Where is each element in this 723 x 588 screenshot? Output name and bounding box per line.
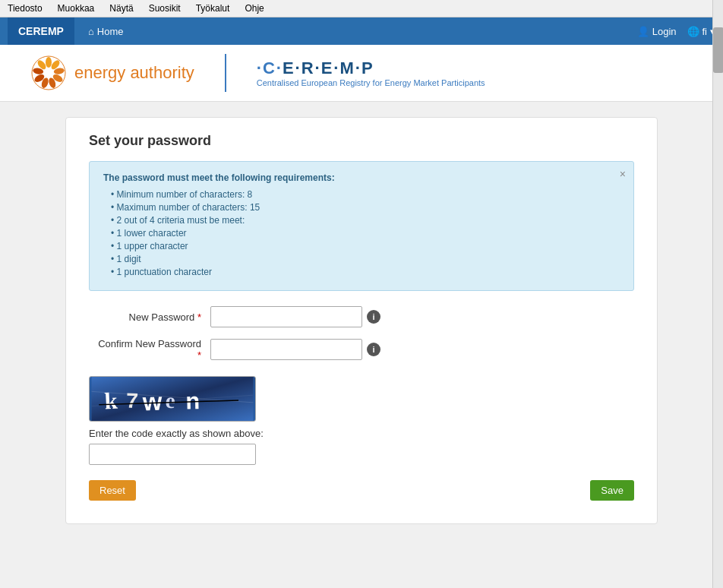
captcha-label: Enter the code exactly as shown above: (89, 428, 634, 439)
confirm-password-info-icon[interactable]: i (367, 343, 380, 356)
new-password-input[interactable] (210, 306, 362, 327)
svg-point-1 (46, 57, 52, 68)
home-label: Home (97, 26, 124, 37)
ceremp-title: ·C·E·R·E·M·P (257, 58, 485, 78)
criteria-digit: 1 digit (111, 254, 620, 264)
password-card: Set your password × The password must me… (65, 117, 658, 524)
new-password-info-icon[interactable]: i (367, 310, 380, 324)
home-icon: ⌂ (88, 26, 94, 37)
menu-suosikit[interactable]: Suosikit (146, 2, 184, 15)
criteria-list: 1 lower character 1 upper character 1 di… (103, 228, 620, 277)
logo-divider (225, 54, 226, 92)
login-link[interactable]: 👤 Login (637, 26, 677, 37)
button-row: Reset Save (89, 480, 634, 501)
lang-label: fi (702, 26, 708, 37)
captcha-section: k 7 w e n Enter the code exactly as show… (89, 376, 634, 465)
menu-tiedosto[interactable]: Tiedosto (5, 2, 46, 15)
login-label: Login (652, 26, 677, 37)
reset-button[interactable]: Reset (89, 480, 136, 501)
ceremp-subtitle: Centralised European Registry for Energy… (257, 78, 485, 87)
confirm-password-label: Confirm New Password * (89, 338, 210, 361)
required-marker: * (197, 311, 201, 323)
svg-text:w: w (141, 387, 163, 416)
new-password-label: New Password * (89, 311, 210, 323)
svg-text:n: n (185, 387, 200, 414)
requirements-title: The password must meet the following req… (103, 172, 620, 183)
logo-area: energy authority (30, 55, 194, 91)
menu-muokkaa[interactable]: Muokkaa (55, 2, 98, 15)
requirements-list: Minimum number of characters: 8 Maximum … (103, 189, 620, 226)
criteria-lower: 1 lower character (111, 228, 620, 239)
user-icon: 👤 (637, 26, 649, 37)
ceremp-area: ·C·E·R·E·M·P Centralised European Regist… (257, 58, 485, 87)
captcha-svg: k 7 w e n (90, 377, 255, 421)
main-content: Set your password × The password must me… (0, 102, 723, 539)
lang-selector[interactable]: 🌐 fi ▾ (687, 26, 716, 37)
topnav-right: 👤 Login 🌐 fi ▾ (637, 26, 715, 37)
req-criteria: 2 out of 4 criteria must be meet: (111, 215, 620, 226)
logo-text: energy authority (74, 63, 194, 83)
scrollbar[interactable] (712, 0, 723, 539)
close-icon[interactable]: × (620, 168, 626, 180)
captcha-image: k 7 w e n (89, 376, 256, 422)
globe-icon: 🌐 (687, 26, 699, 37)
menu-ohje[interactable]: Ohje (242, 2, 267, 15)
menu-nayta[interactable]: Näytä (106, 2, 136, 15)
home-link[interactable]: ⌂ Home (81, 26, 131, 37)
confirm-required-marker: * (197, 349, 201, 361)
svg-text:k: k (104, 387, 119, 415)
req-min-chars: Minimum number of characters: 8 (111, 189, 620, 200)
criteria-upper: 1 upper character (111, 241, 620, 251)
criteria-punct: 1 punctuation character (111, 267, 620, 277)
logo-svg (30, 55, 67, 91)
menu-tyokalut[interactable]: Työkalut (193, 2, 233, 15)
captcha-input[interactable] (89, 444, 256, 465)
page-title: Set your password (89, 133, 634, 149)
svg-text:7: 7 (125, 390, 140, 416)
requirements-info-box: × The password must meet the following r… (89, 161, 634, 291)
new-password-group: New Password * i (89, 306, 634, 327)
menubar: Tiedosto Muokkaa Näytä Suosikit Työkalut… (0, 0, 723, 17)
scrollbar-thumb[interactable] (713, 27, 723, 73)
header: energy authority ·C·E·R·E·M·P Centralise… (0, 45, 723, 102)
brand-label: CEREMP (8, 17, 74, 45)
req-max-chars: Maximum number of characters: 15 (111, 202, 620, 213)
confirm-password-input[interactable] (210, 339, 362, 360)
svg-text:e: e (165, 388, 176, 413)
confirm-password-group: Confirm New Password * i (89, 338, 634, 361)
topnav: CEREMP ⌂ Home 👤 Login 🌐 fi ▾ (0, 17, 723, 45)
save-button[interactable]: Save (590, 480, 634, 501)
